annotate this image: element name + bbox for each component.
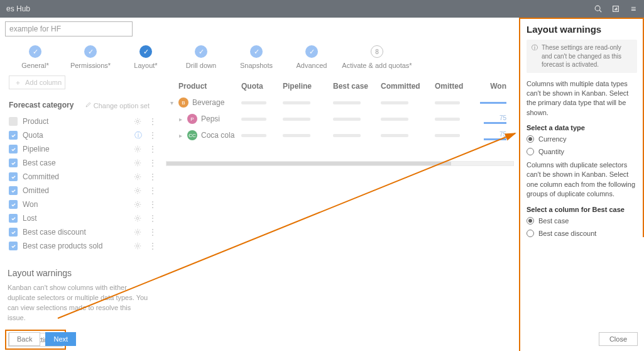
add-column-button[interactable]: ＋Add column (9, 75, 65, 89)
chevron-icon[interactable]: ▸ (177, 132, 183, 139)
gear-icon[interactable] (133, 117, 142, 126)
step-drilldown[interactable]: ✓Drill down (173, 45, 229, 69)
scrollbar-thumb[interactable] (166, 162, 451, 165)
radio-icon (527, 230, 534, 237)
category-row[interactable]: Omitted⋮ (5, 184, 153, 198)
svg-point-4 (136, 148, 139, 150)
search-icon[interactable] (594, 4, 603, 13)
step-permissions[interactable]: ✓Permissions* (63, 45, 118, 69)
svg-point-6 (136, 176, 139, 178)
select-best-case-head: Select a column for Best case (527, 206, 637, 213)
table-row[interactable]: ▸PPepsi75 (166, 111, 514, 127)
readonly-info: ⓘ These settings are read-only and can't… (527, 40, 637, 73)
svg-point-11 (136, 245, 139, 247)
radio-best-case-discount[interactable]: Best case discount (527, 230, 637, 237)
table-row[interactable]: ▾BBeverage (166, 94, 514, 111)
category-label: Best case products sold (23, 242, 133, 250)
more-icon[interactable]: ⋮ (148, 217, 151, 220)
product-name: Coca cola (201, 131, 234, 140)
category-row[interactable]: Committed⋮ (5, 170, 153, 184)
app-title: es Hub (6, 4, 30, 13)
won-value: 75 (499, 114, 506, 121)
category-label: Pipeline (23, 145, 133, 153)
share-icon[interactable] (611, 4, 620, 13)
more-icon[interactable]: ⋮ (148, 120, 151, 123)
menu-icon[interactable]: ≡ (629, 4, 638, 13)
category-label: Quota (23, 131, 134, 140)
avatar: B (178, 98, 188, 108)
step-activate[interactable]: 8Activate & add quotas* (339, 45, 415, 69)
more-icon[interactable]: ⋮ (148, 203, 151, 206)
radio-currency[interactable]: Currency (527, 135, 637, 143)
gear-icon[interactable] (133, 242, 142, 250)
layout-warnings-text: Kanban can't show columns with either du… (5, 283, 150, 323)
step-snapshots[interactable]: ✓Snapshots (229, 45, 284, 69)
avatar: P (187, 114, 197, 124)
radio-icon (527, 135, 534, 143)
svg-point-9 (136, 217, 139, 220)
svg-point-3 (136, 120, 139, 123)
gear-icon[interactable] (133, 228, 142, 237)
gear-icon[interactable] (133, 200, 142, 209)
step-nav: ✓General* ✓Permissions* ✓Layout* ✓Drill … (5, 45, 514, 69)
step-advanced[interactable]: ✓Advanced (284, 45, 339, 69)
horizontal-scrollbar[interactable] (166, 161, 514, 166)
more-icon[interactable]: ⋮ (148, 189, 151, 192)
checkbox-icon (9, 200, 18, 209)
title-bar-icons: ≡ (594, 4, 638, 13)
col-quota: Quota (241, 82, 283, 91)
next-button[interactable]: Next (45, 332, 76, 346)
category-row[interactable]: Pipeline⋮ (5, 142, 153, 156)
svg-point-5 (136, 162, 139, 164)
svg-line-1 (599, 10, 601, 12)
step-layout[interactable]: ✓Layout* (118, 45, 173, 69)
more-icon[interactable]: ⋮ (148, 231, 151, 233)
category-label: Best case discount (23, 228, 133, 237)
more-icon[interactable]: ⋮ (148, 148, 151, 150)
radio-quantity[interactable]: Quantity (527, 148, 637, 155)
change-option-set[interactable]: Change option set (85, 101, 150, 109)
panel-paragraph-1: Columns with multiple data types can't b… (527, 79, 637, 118)
checkbox-icon (9, 172, 18, 181)
category-row[interactable]: Quotaⓘ⋮ (5, 128, 153, 142)
layout-warnings-title: Layout warnings (5, 268, 153, 278)
category-label: Committed (23, 172, 133, 181)
step-general[interactable]: ✓General* (8, 45, 63, 69)
category-row[interactable]: Won⋮ (5, 198, 153, 211)
category-row[interactable]: Lost⋮ (5, 211, 153, 225)
gear-icon[interactable] (133, 186, 142, 195)
more-icon[interactable]: ⋮ (148, 162, 151, 164)
gear-icon[interactable] (133, 145, 142, 153)
checkbox-icon (9, 242, 18, 250)
radio-icon (527, 148, 534, 155)
category-row[interactable]: Best case discount⋮ (5, 225, 153, 239)
svg-point-7 (136, 189, 139, 192)
table-row[interactable]: ▸CCCoca cola75 (166, 127, 514, 143)
category-row[interactable]: Product⋮ (5, 114, 153, 128)
search-input[interactable] (5, 21, 133, 36)
checkbox-icon (9, 117, 18, 126)
checkbox-icon (9, 186, 18, 195)
radio-best-case[interactable]: Best case (527, 217, 637, 225)
preview-pane: Product Quota Pipeline Best case Committ… (166, 75, 514, 350)
chevron-icon[interactable]: ▸ (177, 116, 183, 123)
col-product: Product (166, 82, 241, 91)
more-icon[interactable]: ⋮ (148, 134, 151, 136)
more-icon[interactable]: ⋮ (148, 245, 151, 247)
pencil-icon (85, 102, 92, 109)
col-bestcase: Best case (333, 82, 381, 91)
back-button[interactable]: Back (9, 332, 40, 346)
category-row[interactable]: Best case products sold⋮ (5, 239, 153, 253)
gear-icon[interactable] (133, 214, 142, 223)
category-label: Omitted (23, 186, 133, 195)
category-row[interactable]: Best case⋮ (5, 156, 153, 170)
col-won: Won (480, 82, 506, 91)
panel-title: Layout warnings (527, 24, 637, 35)
svg-point-10 (136, 231, 139, 233)
gear-icon[interactable] (133, 172, 142, 181)
gear-icon[interactable] (133, 159, 142, 167)
chevron-icon[interactable]: ▾ (168, 99, 175, 106)
plus-icon: ＋ (14, 78, 21, 87)
more-icon[interactable]: ⋮ (148, 176, 151, 178)
close-button[interactable]: Close (599, 332, 638, 346)
